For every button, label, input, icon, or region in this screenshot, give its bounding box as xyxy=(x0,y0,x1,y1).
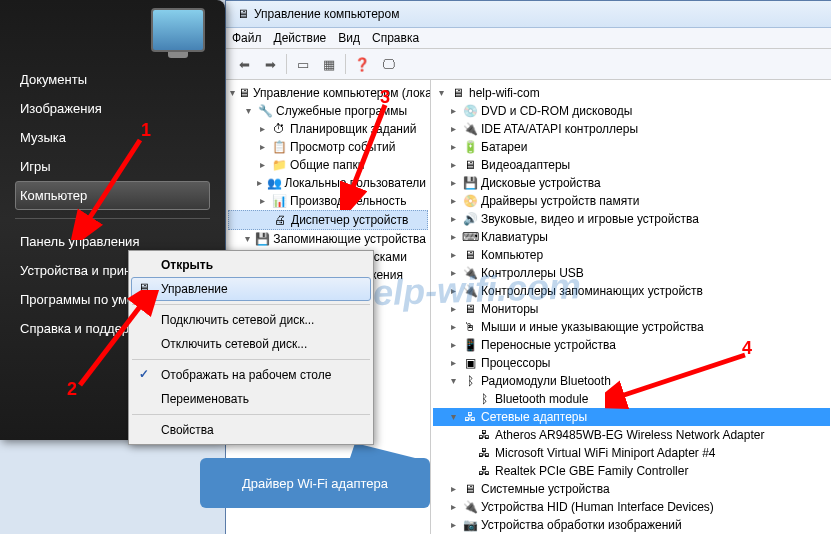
tree-icon: 🖧 xyxy=(476,427,492,443)
menu-item[interactable]: Файл xyxy=(232,31,262,45)
tree-item[interactable]: ▸🔌IDE ATA/ATAPI контроллеры xyxy=(433,120,830,138)
context-menu-item[interactable]: ✓Отображать на рабочем столе xyxy=(131,363,371,387)
context-menu: Открыть🖥УправлениеПодключить сетевой дис… xyxy=(128,250,374,445)
tree-item[interactable]: ▸🖥Компьютер xyxy=(433,246,830,264)
app-icon: 🖥 xyxy=(235,6,251,22)
view-button[interactable]: 🖵 xyxy=(376,52,400,76)
tree-item[interactable]: 🖧Microsoft Virtual WiFi Miniport Adapter… xyxy=(433,444,830,462)
tree-icon: 📊 xyxy=(271,193,287,209)
tree-item[interactable]: 🖧Atheros AR9485WB-EG Wireless Network Ad… xyxy=(433,426,830,444)
start-menu-item[interactable]: Изображения xyxy=(15,94,210,123)
tree-icon: 📀 xyxy=(462,193,478,209)
tree-icon: 📁 xyxy=(271,157,287,173)
tree-item[interactable]: ▸⌨Клавиатуры xyxy=(433,228,830,246)
context-menu-item[interactable]: Отключить сетевой диск... xyxy=(131,332,371,356)
tree-icon: 🔊 xyxy=(462,211,478,227)
tree-item[interactable]: ▸🔋Батареи xyxy=(433,138,830,156)
context-menu-item[interactable]: Переименовать xyxy=(131,387,371,411)
callout-text: Драйвер Wi-Fi адаптера xyxy=(242,476,388,491)
tree-item[interactable]: ▸💿DVD и CD-ROM дисководы xyxy=(433,102,830,120)
tree-icon: ⏱ xyxy=(271,121,287,137)
tree-item[interactable]: 🖧Realtek PCIe GBE Family Controller xyxy=(433,462,830,480)
tree-item[interactable]: ▾💾Запоминающие устройства xyxy=(228,230,428,248)
annotation-1: 1 xyxy=(141,120,151,141)
annotation-2: 2 xyxy=(67,379,77,400)
annotation-3: 3 xyxy=(380,87,390,108)
tree-icon: 🔋 xyxy=(462,139,478,155)
tree-icon: 🔌 xyxy=(462,499,478,515)
context-menu-item[interactable]: Открыть xyxy=(131,253,371,277)
tree-icon: 🖥 xyxy=(450,85,466,101)
start-menu-item[interactable]: Музыка xyxy=(15,123,210,152)
tree-item[interactable]: ▾🖧Сетевые адаптеры xyxy=(433,408,830,426)
context-menu-item[interactable]: 🖥Управление xyxy=(131,277,371,301)
tree-icon: ⌨ xyxy=(462,229,478,245)
tree-item[interactable]: ▸📊Производительность xyxy=(228,192,428,210)
context-menu-item[interactable]: Подключить сетевой диск... xyxy=(131,308,371,332)
tree-item[interactable]: ▸🖥Системные устройства xyxy=(433,480,830,498)
menu-item[interactable]: Вид xyxy=(338,31,360,45)
help-button[interactable]: ❓ xyxy=(350,52,374,76)
tree-icon: 🖥 xyxy=(462,247,478,263)
tree-icon: 🖥 xyxy=(238,85,250,101)
tree-item[interactable]: ▸👥Локальные пользователи xyxy=(228,174,428,192)
up-button[interactable]: ▭ xyxy=(291,52,315,76)
context-menu-item[interactable]: Свойства xyxy=(131,418,371,442)
tree-icon: 📱 xyxy=(462,337,478,353)
tree-item[interactable]: ▾🖥Управление компьютером (локальным) xyxy=(228,84,428,102)
tree-icon: 🖱 xyxy=(462,319,478,335)
tree-icon: ᛒ xyxy=(462,373,478,389)
tree-icon: 🖥 xyxy=(462,481,478,497)
tree-item[interactable]: 🖨Диспетчер устройств xyxy=(228,210,428,230)
tree-icon: 💾 xyxy=(255,231,270,247)
tree-icon: 🔧 xyxy=(257,103,273,119)
tree-item[interactable]: ▸📱Переносные устройства xyxy=(433,336,830,354)
tree-icon: 📋 xyxy=(271,139,287,155)
start-menu-item[interactable]: Игры xyxy=(15,152,210,181)
window-title: Управление компьютером xyxy=(254,7,399,21)
tree-icon: 🖧 xyxy=(476,463,492,479)
annotation-4: 4 xyxy=(742,338,752,359)
menu-item[interactable]: Действие xyxy=(274,31,327,45)
tree-icon: 👥 xyxy=(267,175,282,191)
tree-item[interactable]: ▸📷Устройства обработки изображений xyxy=(433,516,830,534)
tree-item[interactable]: ▸🔊Звуковые, видео и игровые устройства xyxy=(433,210,830,228)
tree-item[interactable]: ▾🔧Служебные программы xyxy=(228,102,428,120)
tree-icon: 💾 xyxy=(462,175,478,191)
start-menu-item[interactable]: Документы xyxy=(15,65,210,94)
tree-item[interactable]: ▾ᛒРадиомодули Bluetooth xyxy=(433,372,830,390)
tree-icon: ▣ xyxy=(462,355,478,371)
start-menu-header xyxy=(0,0,225,60)
tree-item[interactable]: ▸📁Общие папки xyxy=(228,156,428,174)
start-menu-item[interactable]: Компьютер xyxy=(15,181,210,210)
properties-button[interactable]: ▦ xyxy=(317,52,341,76)
title-bar: 🖥 Управление компьютером xyxy=(226,1,831,28)
tree-item[interactable]: ▸🔌Устройства HID (Human Interface Device… xyxy=(433,498,830,516)
tree-item[interactable]: ▸📀Драйверы устройств памяти xyxy=(433,192,830,210)
tree-item[interactable]: ▸⏱Планировщик заданий xyxy=(228,120,428,138)
tree-icon: 🖧 xyxy=(476,445,492,461)
back-button[interactable]: ⬅ xyxy=(232,52,256,76)
menu-item[interactable]: Справка xyxy=(372,31,419,45)
toolbar: ⬅ ➡ ▭ ▦ ❓ 🖵 xyxy=(226,49,831,80)
forward-button[interactable]: ➡ xyxy=(258,52,282,76)
tree-item[interactable]: ▸▣Процессоры xyxy=(433,354,830,372)
tree-item[interactable]: ▸💾Дисковые устройства xyxy=(433,174,830,192)
tree-icon: 🖥 xyxy=(462,157,478,173)
tree-item[interactable]: ▸📋Просмотр событий xyxy=(228,138,428,156)
tree-item[interactable]: ᛒBluetooth module xyxy=(433,390,830,408)
tree-icon: 🔌 xyxy=(462,121,478,137)
tree-icon: 💿 xyxy=(462,103,478,119)
tree-icon: 📷 xyxy=(462,517,478,533)
callout-bubble: Драйвер Wi-Fi адаптера xyxy=(200,458,430,508)
tree-item[interactable]: ▸🖱Мыши и иные указывающие устройства xyxy=(433,318,830,336)
tree-item[interactable]: ▸🖥Видеоадаптеры xyxy=(433,156,830,174)
tree-icon: 🖧 xyxy=(462,409,478,425)
menu-bar: ФайлДействиеВидСправка xyxy=(226,28,831,49)
tree-icon: 🖨 xyxy=(272,212,288,228)
tree-icon: ᛒ xyxy=(476,391,492,407)
computer-icon xyxy=(151,8,205,52)
tree-item[interactable]: ▾🖥help-wifi-com xyxy=(433,84,830,102)
